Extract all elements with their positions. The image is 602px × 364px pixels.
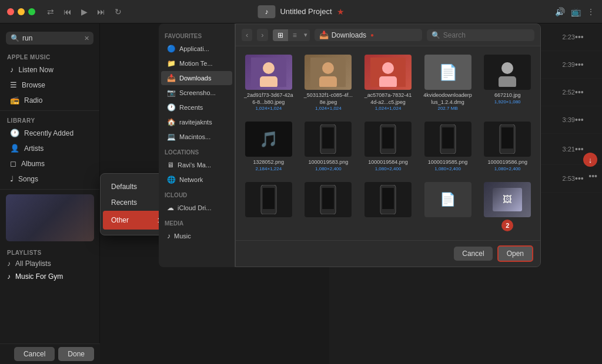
artists-label: Artists <box>24 144 44 153</box>
fb-sidebar-motion[interactable]: 📁 Motion Te... <box>161 56 232 70</box>
titlebar-right: 🔊 📺 ⋮ <box>555 7 595 16</box>
file-info-7: 1,080×2,400 <box>315 166 342 171</box>
track-time-1: 2:23 <box>540 33 575 41</box>
sidebar-item-artists[interactable]: 👤 Artists <box>3 141 96 156</box>
fb-toolbar: ‹ › ⊞ ≡ ▾ 📥 Downloads ● 🔍 <box>236 24 540 46</box>
airplay-icon[interactable]: 📺 <box>571 7 581 16</box>
fb-search-icon: 🔍 <box>432 31 440 39</box>
sidebar-item-radio[interactable]: 📻 Radio <box>3 93 96 107</box>
fb-locations-label: Locations <box>159 144 235 157</box>
file-item-2[interactable]: _503132f1-c085-4f...8e.jpeg 1,024×1,024 <box>302 52 356 113</box>
file-item-14[interactable]: 📄 <box>421 180 475 234</box>
fb-sidebar-music[interactable]: ♪ Music <box>161 229 232 243</box>
volume-icon[interactable]: 🔊 <box>555 7 565 16</box>
fb-sidebar-ravi[interactable]: 🏠 ravitejaknts <box>161 115 232 129</box>
file-info-10: 1,080×2,400 <box>494 166 521 171</box>
file-thumb-10 <box>484 122 531 157</box>
track-more-1[interactable]: ••• <box>575 32 593 42</box>
file-item-15[interactable]: 🖼 2 <box>480 180 534 234</box>
screenshots-icon: 📷 <box>167 89 176 97</box>
fb-view-chevron: ▾ <box>302 29 310 41</box>
track-more-4[interactable]: ••• <box>575 115 593 124</box>
sidebar-item-songs[interactable]: ♩ Songs <box>3 171 96 186</box>
search-clear-icon[interactable]: ✕ <box>84 35 89 42</box>
sidebar-item-music-for-gym[interactable]: ♪ Music For Gym <box>0 270 99 283</box>
file-item-11[interactable] <box>242 180 296 234</box>
listen-now-icon: ♪ <box>10 65 14 74</box>
file-item-10[interactable]: 1000019586.png 1,080×2,400 <box>480 119 534 174</box>
all-playlists-label: All Playlists <box>15 259 51 268</box>
fb-sidebar-ravis-mac[interactable]: 🖥 Ravi's Ma... <box>161 158 232 172</box>
recently-added-icon: 🕐 <box>10 129 19 137</box>
file-thumb-9 <box>424 122 471 157</box>
play-button[interactable]: ▶ <box>79 6 90 18</box>
repeat-button[interactable]: ↻ <box>112 6 124 18</box>
sidebar-item-all-playlists[interactable]: ♪ All Playlists <box>0 257 99 270</box>
svg-rect-25 <box>382 188 394 209</box>
track-more-2[interactable]: ••• <box>575 60 593 69</box>
fb-sidebar-icloud[interactable]: ☁ iCloud Dri... <box>161 201 232 215</box>
fb-search-input[interactable] <box>443 31 490 39</box>
track-time-5: 3:21 <box>540 146 575 153</box>
location-dropdown-icon[interactable]: ● <box>370 32 374 38</box>
file-item-3[interactable]: _ac57087a-7832-414d-a2...c5.jpeg 1,024×1… <box>361 52 415 113</box>
location-folder-icon: 📥 <box>319 31 329 39</box>
shuffle-button[interactable]: ⇄ <box>45 6 56 18</box>
file-item-4[interactable]: 📄 4kvideodownloaderplus_1.2.4.dmg 202.7 … <box>421 52 475 113</box>
fb-sidebar-recents[interactable]: 🕐 Recents <box>161 100 232 114</box>
motion-icon: 📁 <box>167 59 176 68</box>
scroll-indicator[interactable]: ↓ <box>583 153 597 167</box>
fb-sidebar-applications[interactable]: 🔵 Applicati... <box>161 42 232 56</box>
prev-button[interactable]: ⏮ <box>61 6 74 18</box>
file-name-3: _ac57087a-7832-414d-a2...c5.jpeg <box>363 92 413 106</box>
file-item-1[interactable]: _2ad91f73-3d67-42a6-8...b80.jpeg 1,024×1… <box>242 52 296 113</box>
menu-icon[interactable]: ⋮ <box>587 7 595 16</box>
close-button[interactable] <box>7 8 14 15</box>
fb-forward-button[interactable]: › <box>257 29 267 41</box>
file-item-12[interactable] <box>302 180 356 234</box>
fb-cancel-button[interactable]: Cancel <box>454 247 492 261</box>
fb-open-button[interactable]: Open <box>497 245 533 262</box>
fb-grid-view-button[interactable]: ⊞ <box>273 29 288 41</box>
sidebar-item-listen-now[interactable]: ♪ Listen Now <box>3 62 96 77</box>
file-item-13[interactable] <box>361 180 415 234</box>
fb-sidebar-screenshots[interactable]: 📷 Screensho... <box>161 86 232 100</box>
recently-added-label: Recently Added <box>24 129 73 137</box>
applications-label: Applicati... <box>179 45 209 52</box>
done-button[interactable]: Done <box>58 347 94 361</box>
maximize-button[interactable] <box>28 8 35 15</box>
sidebar-item-albums[interactable]: ◻ Albums <box>3 156 96 171</box>
svg-rect-23 <box>322 188 334 209</box>
mac-label: Macintos... <box>179 133 210 140</box>
file-item-9[interactable]: 1000019585.png 1,080×2,400 <box>421 119 475 174</box>
fb-sidebar-downloads[interactable]: 📥 Downloads <box>161 71 232 85</box>
icloud-label: iCloud Dri... <box>178 204 211 211</box>
track-more-3[interactable]: ••• <box>575 87 593 97</box>
sidebar-item-browse[interactable]: ☰ Browse <box>3 77 96 92</box>
file-info-8: 1,080×2,400 <box>375 166 402 171</box>
file-thumb-11 <box>245 182 292 217</box>
fb-search-bar[interactable]: 🔍 <box>427 29 534 41</box>
file-name-1: _2ad91f73-3d67-42a6-8...b80.jpeg <box>244 92 293 106</box>
fb-list-view-button[interactable]: ≡ <box>288 29 302 41</box>
star-icon[interactable]: ★ <box>337 7 345 16</box>
search-input[interactable] <box>22 34 81 42</box>
more-indicator[interactable]: ••• <box>588 171 597 181</box>
search-bar[interactable]: 🔍 ✕ <box>6 32 93 45</box>
minimize-button[interactable] <box>18 8 25 15</box>
file-item-5[interactable]: 667210.jpg 1,920×1,080 <box>480 52 534 113</box>
file-item-8[interactable]: 1000019584.png 1,080×2,400 <box>361 119 415 174</box>
sidebar-item-recently-added[interactable]: 🕐 Recently Added <box>3 126 96 140</box>
fb-sidebar-network[interactable]: 🌐 Network <box>161 173 232 187</box>
track-time-3: 2:52 <box>540 89 575 96</box>
file-item-6[interactable]: 🎵 1328052.png 2,184×1,224 <box>242 119 296 174</box>
ravis-mac-label: Ravi's Ma... <box>178 161 211 168</box>
file-item-7[interactable]: 1000019583.png 1,080×2,400 <box>302 119 356 174</box>
artists-icon: 👤 <box>10 144 19 153</box>
next-button[interactable]: ⏭ <box>95 6 108 18</box>
fb-sidebar-mac[interactable]: 💻 Macintos... <box>161 130 232 144</box>
fb-back-button[interactable]: ‹ <box>242 29 252 41</box>
cancel-button-sidebar[interactable]: Cancel <box>14 347 55 361</box>
file-info-1: 1,024×1,024 <box>255 106 282 111</box>
file-browser-sidebar: Favourites 🔵 Applicati... 📁 Motion Te...… <box>159 23 235 267</box>
